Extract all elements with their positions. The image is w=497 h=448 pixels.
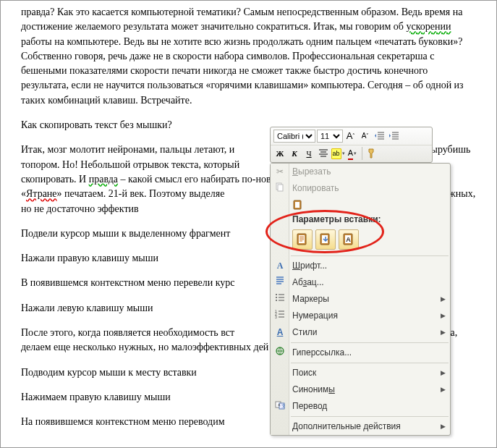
menu-paragraph[interactable]: Абзац...	[271, 274, 450, 291]
paste-keep-source-button[interactable]	[292, 229, 313, 250]
bullets-icon	[273, 292, 286, 306]
text: После этого, когда появляется необходимо…	[21, 327, 234, 338]
italic-button[interactable]: К	[288, 147, 301, 160]
menu-label: ырезать	[298, 166, 331, 177]
paragraph: правда? Как это касается компьютерной те…	[21, 5, 476, 108]
menu-label: Нумерация	[292, 310, 338, 322]
context-menu: ✂ Вырезать Копировать Параметры вставки:…	[270, 163, 451, 436]
font-size-select[interactable]: 11	[317, 130, 343, 143]
menu-label: Перевод	[292, 400, 327, 413]
submenu-arrow-icon: ▶	[441, 422, 446, 431]
text: » печатаем. 21-й век. Поэтому выделяе	[57, 188, 225, 199]
svg-point-12	[276, 297, 277, 298]
svg-point-11	[276, 294, 277, 295]
menu-translate[interactable]: a文 Перевод	[271, 398, 450, 415]
font-color-button[interactable]: A▾	[346, 147, 359, 160]
text-spellcheck: Ятране	[26, 188, 57, 199]
svg-text:A: A	[346, 236, 351, 243]
text: правда? Как это касается компьютерной те…	[21, 7, 462, 32]
highlight-button[interactable]: ab▾	[331, 147, 344, 160]
clipboard-icon	[292, 202, 302, 212]
svg-text:文: 文	[281, 403, 285, 408]
submenu-arrow-icon: ▶	[441, 295, 446, 304]
grow-font-button[interactable]: A˄	[344, 130, 357, 143]
paste-text-only-button[interactable]: A	[339, 229, 359, 250]
svg-point-13	[276, 300, 277, 301]
text: работы на компьютере. Ведь вы не хотите …	[21, 36, 464, 106]
paste-options-group: Параметры вставки: A	[271, 197, 450, 254]
brush-icon	[367, 148, 377, 159]
paste-merge-button[interactable]	[315, 229, 336, 250]
menu-label: В	[292, 166, 298, 177]
svg-rect-1	[278, 185, 283, 191]
menu-search[interactable]: Поиск ▶	[271, 365, 450, 381]
outdent-icon	[375, 131, 385, 141]
submenu-arrow-icon: ▶	[441, 328, 446, 337]
text-spellcheck: правда	[89, 174, 118, 185]
copy-icon	[273, 182, 286, 195]
mini-toolbar: Calibri (С 11 A˄ A˅ Ж К Ч ab▾ A▾	[270, 127, 433, 163]
menu-copy[interactable]: Копировать	[271, 180, 450, 197]
align-center-icon	[318, 148, 328, 159]
svg-text:3: 3	[275, 315, 277, 319]
clipboard-merge-icon	[319, 233, 332, 246]
styles-icon: A	[273, 326, 286, 339]
format-painter-button[interactable]	[365, 147, 378, 160]
menu-label: Копировать	[292, 182, 339, 195]
menu-synonyms[interactable]: Синонимы ▶	[271, 381, 450, 398]
submenu-arrow-icon: ▶	[441, 368, 446, 378]
scissors-icon: ✂	[273, 166, 286, 178]
menu-label: Стили	[292, 326, 318, 339]
menu-cut[interactable]: ✂ Вырезать	[271, 164, 450, 180]
submenu-arrow-icon: ▶	[441, 311, 446, 321]
increase-indent-button[interactable]	[388, 130, 401, 143]
numbering-icon: 123	[273, 309, 286, 323]
decrease-indent-button[interactable]	[373, 130, 386, 143]
menu-label: Маркеры	[292, 293, 329, 305]
translate-icon: a文	[273, 400, 286, 413]
menu-numbering[interactable]: 123 Нумерация ▶	[271, 308, 450, 324]
menu-label: Гиперссылка...	[292, 347, 352, 359]
paste-options-label: Параметры вставки:	[292, 214, 446, 226]
menu-more-actions[interactable]: Дополнительные действия ▶	[271, 418, 450, 435]
text: В появившемся контекстном меню перевели …	[21, 277, 235, 288]
font-icon: A	[273, 260, 286, 272]
clipboard-text-icon: A	[342, 233, 355, 246]
underline-button[interactable]: Ч	[302, 147, 315, 160]
menu-font[interactable]: A Шрифт...	[271, 258, 450, 274]
menu-styles[interactable]: A Стили ▶	[271, 324, 450, 341]
menu-bullets[interactable]: Маркеры ▶	[271, 291, 450, 308]
text-spellcheck: ускорении	[407, 21, 451, 32]
bold-button[interactable]: Ж	[273, 147, 286, 160]
align-center-button[interactable]	[317, 147, 330, 160]
submenu-arrow-icon: ▶	[441, 385, 446, 394]
indent-icon	[389, 131, 399, 141]
menu-hyperlink[interactable]: Гиперссылка...	[271, 345, 450, 361]
clipboard-formatted-icon	[296, 233, 309, 246]
menu-label: Поиск	[292, 367, 316, 379]
shrink-font-button[interactable]: A˅	[359, 130, 372, 143]
text: Итак, мозг молотит нейронами, пальцы лет…	[21, 144, 234, 155]
hyperlink-icon	[273, 346, 286, 360]
font-name-select[interactable]: Calibri (С	[273, 130, 315, 143]
paragraph-icon	[273, 276, 286, 289]
menu-label: Дополнительные действия	[292, 420, 401, 433]
svg-rect-3	[295, 202, 300, 208]
